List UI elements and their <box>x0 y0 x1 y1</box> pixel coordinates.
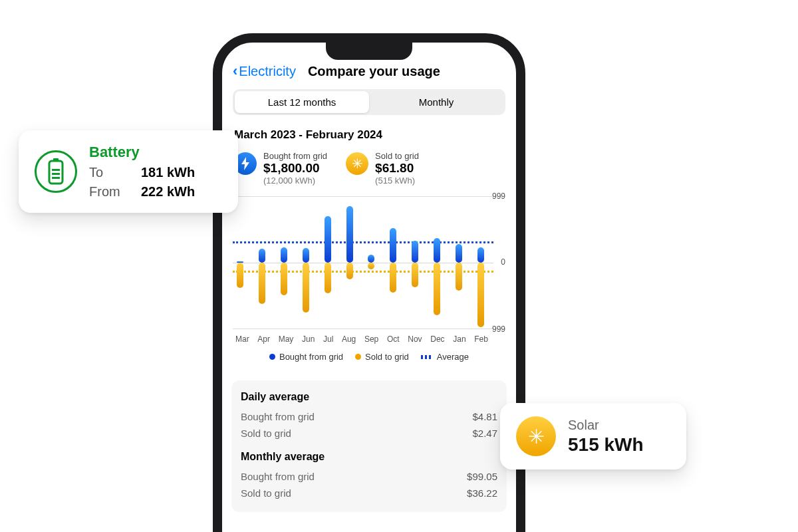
metric-sold-sub: (515 kWh) <box>375 176 419 186</box>
svg-rect-2 <box>52 169 60 171</box>
battery-card: Battery To 181 kWh From 222 kWh <box>19 130 238 213</box>
x-tick: Jul <box>323 334 333 344</box>
monthly-bought-row: Bought from grid $99.05 <box>241 468 497 485</box>
tab-monthly[interactable]: Monthly <box>369 91 503 113</box>
page-title: Compare your usage <box>308 64 440 79</box>
bar-col <box>257 197 267 329</box>
chart-plot-area: 999 0 999 <box>233 196 505 329</box>
date-range: March 2023 - February 2024 <box>230 128 508 151</box>
daily-sold-row: Sold to grid $2.47 <box>241 425 497 442</box>
bar-col <box>235 197 245 329</box>
legend-bought: Bought from grid <box>269 352 343 362</box>
y-axis-bottom: 999 <box>492 325 505 334</box>
tab-last-12-months[interactable]: Last 12 months <box>235 91 369 113</box>
bar-col <box>454 197 464 329</box>
battery-to-row: To 181 kWh <box>89 165 195 180</box>
metrics-row: Bought from grid $1,800.00 (12,000 kWh) … <box>230 151 508 196</box>
sun-icon: ✳ <box>346 152 368 175</box>
bar-col <box>323 197 332 329</box>
metric-bought: Bought from grid $1,800.00 (12,000 kWh) <box>234 151 327 186</box>
daily-average-title: Daily average <box>241 391 497 403</box>
chart-legend: Bought from grid Sold to grid Average <box>233 344 505 374</box>
back-button[interactable]: ‹ Electricity <box>233 63 296 80</box>
battery-icon <box>35 150 77 193</box>
dots-avg-icon <box>421 355 433 359</box>
bar-col <box>345 197 354 329</box>
nav-bar: ‹ Electricity Compare your usage <box>230 60 508 89</box>
averages-card: Daily average Bought from grid $4.81 Sol… <box>231 380 507 512</box>
daily-bought-row: Bought from grid $4.81 <box>241 408 497 425</box>
x-tick: Mar <box>235 334 249 344</box>
sun-icon: ✳ <box>516 416 556 456</box>
x-tick: Dec <box>430 334 444 344</box>
metric-bought-value: $1,800.00 <box>263 161 327 176</box>
x-tick: Jun <box>302 334 315 344</box>
x-tick: Aug <box>342 334 356 344</box>
monthly-sold-row: Sold to grid $36.22 <box>241 485 497 501</box>
x-tick: Feb <box>474 334 488 344</box>
x-tick: Apr <box>257 334 270 344</box>
battery-title: Battery <box>89 144 195 161</box>
metric-bought-label: Bought from grid <box>263 151 327 161</box>
svg-rect-1 <box>49 161 63 184</box>
dot-blue-icon <box>269 354 275 360</box>
usage-chart: 999 0 999 MarAprMayJunJulAugSepOctNovDec… <box>233 196 505 374</box>
metric-sold-value: $61.80 <box>375 161 419 176</box>
chevron-left-icon: ‹ <box>233 63 237 80</box>
y-axis-top: 999 <box>492 192 505 201</box>
svg-rect-3 <box>52 173 60 175</box>
bar-col <box>279 197 289 329</box>
svg-rect-4 <box>52 177 60 179</box>
solar-title: Solar <box>568 418 644 433</box>
app-screen: ‹ Electricity Compare your usage Last 12… <box>222 43 516 532</box>
bar-col <box>432 197 442 329</box>
dot-amber-icon <box>355 354 361 360</box>
metric-sold-label: Sold to grid <box>375 151 419 161</box>
legend-sold: Sold to grid <box>355 352 409 362</box>
chart-bars <box>233 197 488 329</box>
x-tick: May <box>279 334 294 344</box>
bar-col <box>388 197 398 329</box>
bar-col <box>410 197 420 329</box>
x-axis-labels: MarAprMayJunJulAugSepOctNovDecJanFeb <box>233 329 491 344</box>
legend-avg: Average <box>421 352 469 362</box>
segmented-control: Last 12 months Monthly <box>233 89 505 115</box>
solar-card: ✳ Solar 515 kWh <box>500 403 686 469</box>
metric-sold: ✳ Sold to grid $61.80 (515 kWh) <box>346 151 419 186</box>
metric-bought-sub: (12,000 kWh) <box>263 176 327 186</box>
monthly-average-title: Monthly average <box>241 451 497 463</box>
battery-from-row: From 222 kWh <box>89 184 195 200</box>
bar-col <box>476 197 485 329</box>
x-tick: Oct <box>387 334 400 344</box>
back-label: Electricity <box>239 64 296 79</box>
x-tick: Nov <box>408 334 422 344</box>
y-axis-zero: 0 <box>501 257 505 267</box>
bar-col <box>301 197 311 329</box>
x-tick: Sep <box>364 334 378 344</box>
bar-col <box>366 197 376 329</box>
phone-frame: ‹ Electricity Compare your usage Last 12… <box>213 33 525 532</box>
solar-value: 515 kWh <box>568 434 644 456</box>
x-tick: Jan <box>453 334 466 344</box>
